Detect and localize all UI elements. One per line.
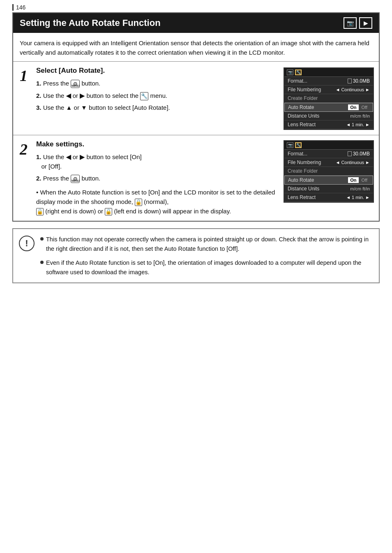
main-box: Setting the Auto Rotate Function 📷 ▶ You… xyxy=(12,12,380,222)
wrench-menu-icon: 🔧 xyxy=(140,92,148,100)
step-2-title: Make settings. xyxy=(36,140,277,148)
bullet-1 xyxy=(40,237,44,241)
steps-container: 1 Select [Auto Rotate]. 1. Press the ⊙ M… xyxy=(13,61,379,221)
menu-button-icon-2: ⊙ MENU xyxy=(71,175,80,183)
cam2-tab-wrench: 🔧 xyxy=(295,142,302,148)
play-mode-icon: ▶ xyxy=(359,17,372,29)
note-exclamation-icon: ! xyxy=(19,236,35,251)
step-2-number: 2 xyxy=(13,135,35,221)
step-1-number: 1 xyxy=(13,62,35,135)
intro-paragraph: Your camera is equipped with an Intellig… xyxy=(13,33,379,61)
cam2-row-format: Format... 30.0MB xyxy=(284,150,373,158)
cam2-row-auto-rotate: Auto Rotate On Off xyxy=(284,176,373,185)
step-1-item-2: 2. Use the ◀ or ▶ button to select the 🔧… xyxy=(36,91,277,101)
cam1-header: 📷 🔧 xyxy=(284,68,373,77)
step-1-item-3: 3. Use the ▲ or ▼ button to select [Auto… xyxy=(36,103,277,113)
orient-right-icon: 🔒 xyxy=(36,208,44,215)
cam2-tab-camera: 📷 xyxy=(287,142,293,148)
menu-button-icon-1: ⊙ MENU xyxy=(71,80,80,88)
cam2-row-create-folder: Create Folder xyxy=(284,167,373,176)
orient-normal-icon: 🔒 xyxy=(135,199,142,206)
step-2-item-2: 2. Press the ⊙ MENU button. xyxy=(36,174,277,183)
camera-mode-icon: 📷 xyxy=(344,17,357,29)
step-1-instructions: Select [Auto Rotate]. 1. Press the ⊙ MEN… xyxy=(36,67,277,116)
note-text-1: This function may not operate correctly … xyxy=(46,235,372,253)
orient-left-icon: 🔒 xyxy=(105,208,112,215)
step-1-content: Select [Auto Rotate]. 1. Press the ⊙ MEN… xyxy=(35,62,379,135)
step-2-content: Make settings. 1. Use the ◀ or ▶ button … xyxy=(35,135,379,221)
cam1-row-format: Format... 30.0MB xyxy=(284,77,373,86)
step-1-item-1: 1. Press the ⊙ MENU button. xyxy=(36,79,277,88)
note-content: This function may not operate correctly … xyxy=(40,235,372,277)
note-item-2: Even if the Auto Rotate function is set … xyxy=(40,258,372,277)
cam2-row-distance-units: Distance Units m/cm ft/in xyxy=(284,185,373,193)
cam1-tab-wrench: 🔧 xyxy=(295,69,302,75)
cam1-row-lens-retract: Lens Retract ◄ 1 min. ► xyxy=(284,120,373,129)
cam1-row-auto-rotate: Auto Rotate On Off xyxy=(284,103,373,112)
page-number: 146 xyxy=(12,4,380,11)
step-2-instructions: Make settings. 1. Use the ◀ or ▶ button … xyxy=(36,140,277,216)
note-item-1: This function may not operate correctly … xyxy=(40,235,372,253)
cam1-row-distance-units: Distance Units m/cm ft/in xyxy=(284,112,373,120)
title-bar: Setting the Auto Rotate Function 📷 ▶ xyxy=(13,13,379,33)
camera-screen-2: 📷 🔧 Format... 30.0MB File Numbering xyxy=(284,140,374,203)
step-1-title: Select [Auto Rotate]. xyxy=(36,67,277,75)
cam1-tab-camera: 📷 xyxy=(287,69,293,75)
cam2-row-lens-retract: Lens Retract ◄ 1 min. ► xyxy=(284,193,373,202)
title-icons: 📷 ▶ xyxy=(344,17,372,29)
note-text-2: Even if the Auto Rotate function is set … xyxy=(46,258,372,277)
step-2-item-1: 1. Use the ◀ or ▶ button to select [On] … xyxy=(36,153,277,171)
note-box: ! This function may not operate correctl… xyxy=(12,228,380,283)
cam2-header: 📷 🔧 xyxy=(284,141,373,150)
camera-screen-1: 📷 🔧 Format... 30.0MB File Numbering xyxy=(284,67,374,130)
cam1-row-create-folder: Create Folder xyxy=(284,94,373,103)
step-2-extra: • When the Auto Rotate function is set t… xyxy=(36,187,277,216)
bullet-2 xyxy=(40,261,44,264)
cam2-row-file-numbering: File Numbering ◄ Continuous ► xyxy=(284,158,373,167)
page-title: Setting the Auto Rotate Function xyxy=(20,18,339,28)
cam1-row-file-numbering: File Numbering ◄ Continuous ► xyxy=(284,86,373,94)
step-2-row: 2 Make settings. 1. Use the ◀ or ▶ butto… xyxy=(13,135,379,221)
step-1-row: 1 Select [Auto Rotate]. 1. Press the ⊙ M… xyxy=(13,62,379,135)
